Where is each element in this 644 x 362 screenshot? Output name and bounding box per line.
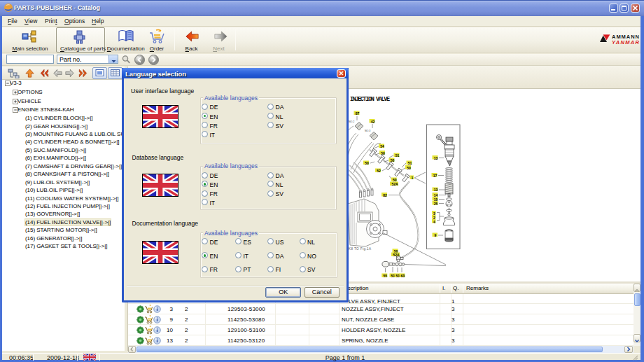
svg-text:50: 50 — [407, 166, 411, 170]
svg-text:25: 25 — [434, 202, 438, 206]
svg-text:55: 55 — [384, 274, 388, 278]
svg-text:51: 51 — [408, 161, 412, 165]
svg-text:4: 4 — [433, 220, 435, 224]
svg-text:52A: 52A — [391, 182, 398, 186]
svg-text:53: 53 — [391, 274, 396, 278]
svg-text:1: 1 — [412, 176, 414, 180]
svg-text:50: 50 — [381, 151, 385, 155]
svg-text:50: 50 — [365, 161, 369, 165]
svg-text:13: 13 — [434, 188, 438, 192]
svg-text:82: 82 — [383, 193, 387, 197]
svg-text:42: 42 — [371, 120, 375, 124]
svg-text:K8 TO Fig.1A: K8 TO Fig.1A — [349, 247, 371, 251]
svg-text:52A: 52A — [393, 253, 400, 257]
svg-text:9: 9 — [435, 233, 437, 237]
svg-text:13: 13 — [434, 156, 438, 160]
svg-text:87: 87 — [356, 111, 360, 116]
svg-text:54: 54 — [380, 144, 384, 148]
svg-text:51: 51 — [396, 153, 400, 158]
svg-text:NO.3: NO.3 — [365, 130, 370, 132]
svg-text:INJECTION VALVE: INJECTION VALVE — [350, 96, 390, 103]
svg-text:52: 52 — [377, 169, 381, 173]
svg-text:17: 17 — [433, 174, 438, 178]
svg-text:50: 50 — [391, 158, 395, 162]
svg-text:63: 63 — [401, 274, 405, 278]
svg-text:53: 53 — [396, 274, 400, 278]
svg-text:NO.2: NO.2 — [349, 120, 354, 123]
svg-text:YANMAR: YANMAR — [612, 39, 640, 46]
